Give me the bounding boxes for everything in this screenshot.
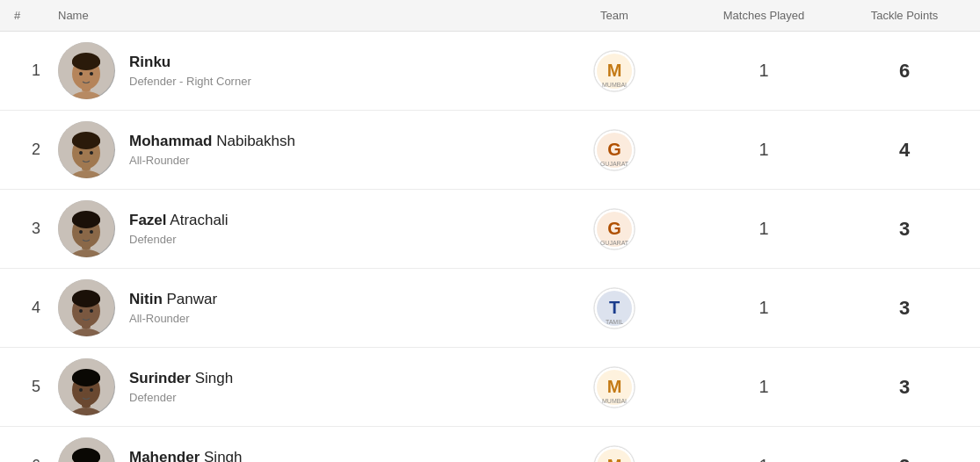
player-info: Mohammad Nabibakhsh All-Rounder — [58, 121, 544, 178]
player-matches: 1 — [685, 456, 843, 462]
player-firstname: Rinku — [129, 54, 171, 70]
player-fullname: Rinku — [129, 54, 251, 71]
team-logo: G GUJARAT — [593, 208, 635, 250]
player-lastname: Nabibakhsh — [216, 133, 295, 149]
player-name-block: Nitin Panwar All-Rounder — [129, 291, 217, 325]
svg-point-20 — [90, 151, 93, 155]
svg-rect-18 — [72, 137, 100, 146]
svg-rect-31 — [72, 216, 100, 225]
svg-rect-70 — [72, 453, 100, 462]
svg-text:MUMBAI: MUMBAI — [602, 82, 627, 88]
svg-text:G: G — [607, 140, 621, 159]
player-info: Nitin Panwar All-Rounder — [58, 279, 544, 336]
player-rank: 4 — [14, 299, 58, 317]
player-rank: 2 — [14, 141, 58, 159]
svg-point-32 — [79, 230, 83, 234]
team-logo: M MUMBAI — [593, 366, 635, 408]
player-name-block: Rinku Defender - Right Corner — [129, 54, 251, 88]
svg-text:G: G — [607, 219, 621, 238]
player-info: Mahender Singh Defender - Left Cover — [58, 437, 544, 462]
table-row: 6 Mahender Singh Defender - Left Cover — [0, 427, 980, 462]
table-row: 3 Fazel Atrachali Defender — [0, 190, 980, 269]
svg-point-34 — [84, 235, 88, 238]
avatar — [58, 437, 115, 462]
player-tackle-points: 2 — [843, 455, 966, 463]
player-role: Defender — [129, 391, 233, 404]
player-role: Defender - Right Corner — [129, 75, 251, 88]
player-role: All-Rounder — [129, 312, 217, 325]
player-tackle-points: 6 — [843, 60, 966, 83]
player-firstname: Nitin — [129, 291, 163, 307]
svg-point-59 — [90, 388, 93, 392]
player-firstname: Mohammad — [129, 133, 212, 149]
header-team: Team — [544, 9, 685, 22]
player-team: G GUJARAT — [544, 208, 685, 250]
svg-text:M: M — [607, 377, 622, 396]
player-info: Rinku Defender - Right Corner — [58, 42, 544, 99]
avatar — [58, 200, 115, 257]
svg-rect-44 — [72, 295, 100, 304]
player-tackle-points: 4 — [843, 139, 966, 162]
svg-text:T: T — [609, 298, 620, 317]
player-tackle-points: 3 — [843, 218, 966, 241]
player-fullname: Surinder Singh — [129, 370, 233, 387]
player-tackle-points: 3 — [843, 297, 966, 320]
player-team: G GUJARAT — [544, 129, 685, 171]
player-name-block: Surinder Singh Defender — [129, 370, 233, 404]
header-rank: # — [14, 9, 58, 22]
avatar — [58, 42, 115, 99]
team-logo: G GUJARAT — [593, 129, 635, 171]
player-matches: 1 — [685, 61, 843, 81]
avatar — [58, 279, 115, 336]
table-row: 5 Surinder Singh Defender — [0, 348, 980, 427]
player-matches: 1 — [685, 219, 843, 239]
team-logo: T TAMIL — [593, 287, 635, 329]
player-role: All-Rounder — [129, 154, 295, 167]
player-fullname: Fazel Atrachali — [129, 212, 228, 229]
table-row: 1 Rinku Defender - Right Corner — [0, 32, 980, 111]
svg-text:M: M — [607, 61, 622, 80]
player-firstname: Fazel — [129, 212, 167, 228]
player-fullname: Mahender Singh — [129, 449, 243, 462]
svg-text:GUJARAT: GUJARAT — [600, 240, 629, 246]
player-firstname: Mahender — [129, 449, 200, 462]
team-logo: M MUMBAI — [593, 50, 635, 92]
svg-text:M: M — [607, 456, 622, 463]
avatar — [58, 121, 115, 178]
svg-rect-57 — [72, 374, 100, 383]
player-rank: 3 — [14, 220, 58, 238]
player-name-block: Fazel Atrachali Defender — [129, 212, 228, 246]
svg-point-33 — [90, 230, 93, 234]
player-lastname: Singh — [204, 449, 242, 462]
player-lastname: Singh — [195, 370, 233, 386]
player-list: 1 Rinku Defender - Right Corner — [0, 32, 980, 462]
svg-point-45 — [79, 309, 83, 313]
svg-point-60 — [84, 393, 88, 396]
svg-point-7 — [90, 72, 93, 76]
svg-rect-5 — [72, 58, 100, 67]
player-rank: 1 — [14, 61, 58, 80]
header-matches: Matches Played — [685, 9, 843, 22]
team-logo: M MUMBAI — [593, 445, 635, 463]
player-rank: 5 — [14, 378, 58, 396]
svg-point-58 — [79, 388, 83, 392]
svg-point-19 — [79, 151, 83, 155]
table-row: 2 Mohammad Nabibakhsh All-Rounder — [0, 111, 980, 190]
player-tackle-points: 3 — [843, 376, 966, 399]
player-info: Surinder Singh Defender — [58, 358, 544, 415]
svg-point-46 — [90, 309, 93, 313]
player-matches: 1 — [685, 377, 843, 397]
player-team: M MUMBAI — [544, 366, 685, 408]
svg-text:GUJARAT: GUJARAT — [600, 161, 629, 167]
svg-point-8 — [84, 77, 88, 80]
player-fullname: Nitin Panwar — [129, 291, 217, 308]
player-name-block: Mahender Singh Defender - Left Cover — [129, 449, 243, 462]
player-fullname: Mohammad Nabibakhsh — [129, 133, 295, 150]
svg-point-21 — [84, 156, 88, 159]
avatar — [58, 358, 115, 415]
svg-point-6 — [79, 72, 83, 76]
player-team: T TAMIL — [544, 287, 685, 329]
header-tackle: Tackle Points — [843, 9, 966, 22]
player-rank: 6 — [14, 457, 58, 462]
player-name-block: Mohammad Nabibakhsh All-Rounder — [129, 133, 295, 167]
